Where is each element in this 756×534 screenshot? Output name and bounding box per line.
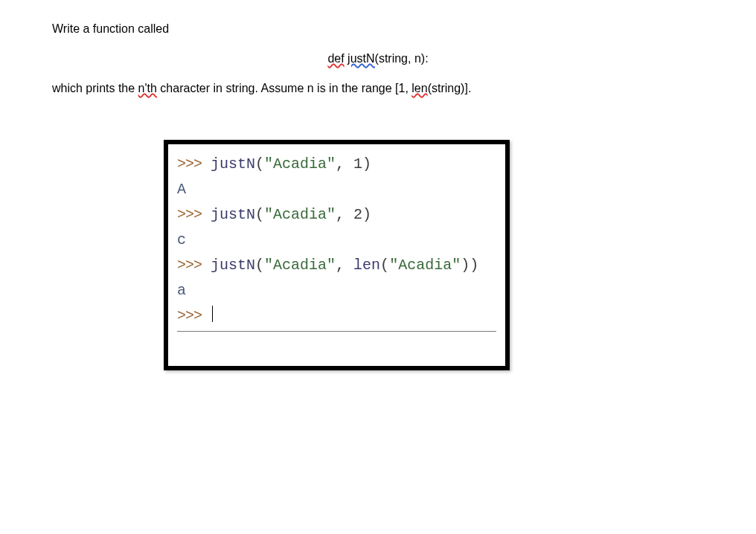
text-cursor-icon: [212, 306, 213, 322]
intro-desc-line: which prints the n'th character in strin…: [52, 82, 704, 95]
console-output-row-2: c: [177, 228, 496, 253]
desc-part3: (string)].: [428, 82, 472, 94]
def-fn-name: justN(: [347, 52, 379, 65]
fn-name: justN: [211, 155, 255, 173]
desc-nth: n'th: [138, 82, 157, 94]
intro-line-1: Write a function called: [52, 22, 704, 36]
desc-len: len: [411, 82, 427, 94]
output-value: a: [177, 282, 186, 299]
console-input-row-2: >>> justN("Acadia", 2): [177, 202, 496, 228]
arg-string: "Acadia": [264, 155, 336, 173]
fn-name: justN: [211, 257, 255, 274]
prompt-icon: >>>: [177, 155, 202, 173]
lparen: (: [255, 257, 264, 274]
console-wrapper: >>> justN("Acadia", 1) A >>> justN("Acad…: [164, 140, 510, 370]
prompt-icon: >>>: [177, 206, 202, 223]
arg-n: 1: [353, 155, 362, 173]
desc-part2: character in string. Assume n is in the …: [157, 82, 411, 94]
output-value: A: [177, 181, 186, 198]
lparen: (: [255, 155, 264, 173]
prompt-icon: >>>: [177, 257, 202, 274]
intro-def-line: def justN(string, n):: [52, 52, 704, 65]
def-args: string, n):: [379, 52, 429, 65]
console-divider: [177, 331, 496, 332]
comma: ,: [336, 155, 353, 173]
fn-name: justN: [211, 206, 255, 223]
arg-n: 2: [353, 206, 362, 223]
console-input-row-1: >>> justN("Acadia", 1): [177, 152, 496, 177]
arg-string: "Acadia": [264, 257, 336, 274]
desc-part1: which prints the: [52, 82, 138, 94]
rparen: ): [362, 155, 371, 173]
rparen: ): [362, 206, 371, 223]
rparen: ): [470, 257, 478, 274]
lparen: (: [380, 257, 389, 274]
intro-pre: Write a function called: [52, 22, 169, 35]
console-prompt-row: >>>: [177, 303, 496, 329]
len-fn: len: [353, 257, 380, 274]
def-keyword: def: [327, 52, 344, 65]
console-input-row-3: >>> justN("Acadia", len("Acadia")): [177, 253, 496, 278]
rparen: ): [461, 257, 470, 274]
arg-string: "Acadia": [389, 257, 461, 274]
output-value: c: [177, 231, 186, 248]
comma: ,: [336, 257, 353, 274]
console-output-row-1: A: [177, 177, 496, 202]
comma: ,: [336, 206, 353, 223]
console-box: >>> justN("Acadia", 1) A >>> justN("Acad…: [164, 140, 510, 370]
prompt-icon: >>>: [177, 307, 202, 324]
arg-string: "Acadia": [264, 206, 336, 223]
console-output-row-3: a: [177, 278, 496, 303]
lparen: (: [255, 206, 264, 223]
